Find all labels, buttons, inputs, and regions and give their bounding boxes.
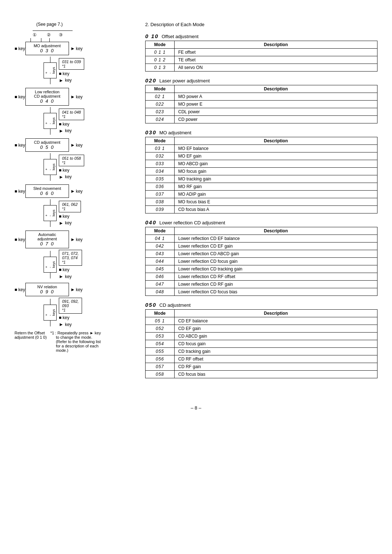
auto-sub-box: 071, 072,073, 074*1 — [59, 250, 82, 266]
mode-022: 022 — [146, 101, 175, 108]
section-050-title: CD adjustment — [159, 302, 191, 308]
desc-011: FE offset — [175, 49, 377, 56]
arrow-mo-right: ► — [70, 46, 75, 51]
arrow-sub-nv: ► — [59, 322, 64, 327]
right-column: 2. Description of Each Mode 0 10 Offset … — [145, 22, 377, 380]
return-note: Retern the Offsetadjustment (0 1 0) — [15, 331, 47, 339]
auto-code: 0 7 0 — [29, 241, 66, 247]
table-row: 046Lower reflection CD RF offset — [146, 273, 377, 281]
table-row: 05 1CD EF balance — [146, 317, 377, 325]
key-mid-low: ■ key — [59, 122, 69, 127]
section-010-title: Offset adjustment — [162, 34, 199, 39]
key-right-cd: key — [76, 143, 83, 148]
section-020: 020 Laser power adjustment Mode Descript… — [145, 77, 377, 123]
key-right-mo: key — [76, 46, 83, 51]
table-030: Mode Description 03 1MO EF balance 032MO… — [145, 137, 377, 213]
mo-code: 0 3 0 — [29, 48, 66, 53]
left-column: (See page 7.) ① ② ③ ■ key MO adjustment … — [15, 22, 138, 380]
col-mode-030: Mode — [146, 137, 175, 145]
table-row: 022MO power E — [146, 101, 377, 108]
keys-label-cd: +-keys — [44, 159, 57, 175]
section-040: 040 Lower reflection CD adjustment Mode … — [145, 219, 377, 296]
mo-sub-box: 031 to 039*1 — [59, 58, 84, 70]
section-010-header: 0 10 Offset adjustment — [145, 33, 377, 39]
see-page-label: (See page 7.) — [36, 22, 138, 27]
mode-021: 02 1 — [146, 93, 175, 101]
table-row: 056CD RF offset — [146, 355, 377, 363]
section-050-code: 050 — [145, 302, 156, 308]
key-left-mo: ■ key — [15, 46, 25, 51]
table-row: 053CD ABCD gain — [146, 333, 377, 340]
key-left-auto: ■ key — [15, 237, 25, 242]
col-desc-030: Description — [175, 137, 377, 145]
cd-box: CD adjustment 0 5 0 — [25, 138, 69, 152]
nv-box: NV relation 0 9 0 — [25, 283, 69, 296]
low-refl-section: ■ key Low reflectionCD adjustment 0 4 0 … — [15, 88, 138, 135]
mo-title: MO adjustment — [29, 44, 66, 48]
table-row: 0 1 3All servo ON — [146, 64, 377, 72]
table-row: 03 1MO EF balance — [146, 145, 377, 152]
section-050-header: 050 CD adjustment — [145, 302, 377, 308]
circle-2: ② — [47, 32, 51, 37]
arrow-sub-sled: ► — [59, 220, 64, 226]
col-desc-020: Description — [175, 85, 377, 93]
section-030-code: 030 — [145, 129, 156, 135]
desc-012: TE offset — [175, 56, 377, 64]
section-050: 050 CD adjustment Mode Description 05 1C… — [145, 302, 377, 378]
col-mode-040: Mode — [146, 227, 175, 235]
arrow-sub-auto: ► — [59, 274, 64, 279]
section-040-title: Lower reflection CD adjustment — [159, 220, 225, 225]
arrow-nv-right: ► — [70, 287, 75, 292]
key-sub-right-mo: key — [65, 78, 72, 83]
key-left-nv: ■ key — [15, 287, 25, 292]
table-040: Mode Description 04 1Lower reflection CD… — [145, 227, 377, 296]
section-020-title: Laser power adjustment — [159, 78, 210, 83]
key-left-cd: ■ key — [15, 143, 25, 148]
section-010: 0 10 Offset adjustment Mode Description … — [145, 33, 377, 72]
low-sub-box: 041 to 048*1 — [59, 109, 84, 120]
circle-1: ① — [33, 32, 37, 37]
mode-011: 0 1 1 — [146, 49, 175, 56]
table-row: 033MO ABCD gain — [146, 160, 377, 168]
table-010: Mode Description 0 1 1FE offset 0 1 2TE … — [145, 41, 377, 72]
col-desc-050: Description — [175, 310, 377, 317]
key-right-sled: key — [76, 189, 83, 194]
col-desc-040: Description — [175, 227, 377, 235]
col-mode-050: Mode — [146, 310, 175, 317]
table-row: 045Lower reflection CD tracking gain — [146, 265, 377, 273]
bottom-notes: Retern the Offsetadjustment (0 1 0) *1 :… — [15, 331, 138, 353]
table-050: Mode Description 05 1CD EF balance 052CD… — [145, 309, 377, 378]
key-mid-nv: ■ key — [59, 315, 69, 320]
key-mid-auto: ■ key — [59, 267, 69, 272]
mo-box: MO adjustment 0 3 0 — [25, 42, 69, 55]
arrow-low-right: ► — [70, 94, 75, 99]
table-row: 0 1 1FE offset — [146, 49, 377, 56]
key-left-low: ■ key — [15, 94, 25, 99]
table-row: 052CD EF gain — [146, 325, 377, 333]
mode-023: 023 — [146, 108, 175, 116]
section-030-header: 030 MO adjustment — [145, 129, 377, 135]
arrow-auto-right: ► — [70, 237, 75, 242]
table-row: 054CD focus gain — [146, 340, 377, 348]
table-row: 042Lower reflection CD EF gain — [146, 243, 377, 250]
sled-sub-box: 061, 062*1 — [59, 201, 81, 212]
arrow-cd-right: ► — [70, 142, 75, 148]
auto-box: Automaticadjustment 0 7 0 — [25, 231, 69, 248]
arrow-sub-mo: ► — [59, 78, 64, 83]
circle-3: ③ — [59, 32, 63, 37]
arrow-sled-right: ► — [70, 188, 75, 194]
key-left-sled: ■ key — [15, 189, 25, 194]
table-row: 057CD RF gain — [146, 363, 377, 371]
arrow-sub-low: ► — [59, 128, 64, 134]
table-row: 034MO focus gain — [146, 168, 377, 175]
table-020: Mode Description 02 1MO power A 022MO po… — [145, 85, 377, 123]
col-desc-010: Description — [175, 41, 377, 49]
page-number: – 8 – — [0, 405, 392, 418]
star-note: *1 : Repeatedly press ► key to change th… — [50, 331, 101, 353]
sled-title: Sled movement — [29, 186, 66, 191]
table-row: 023CDL power — [146, 108, 377, 116]
keys-label-mo: +-keys — [44, 62, 57, 78]
table-row: 058CD focus bias — [146, 371, 377, 378]
desc-024: CD power — [175, 116, 377, 123]
table-row: 04 1Lower reflection CD EF balance — [146, 235, 377, 243]
